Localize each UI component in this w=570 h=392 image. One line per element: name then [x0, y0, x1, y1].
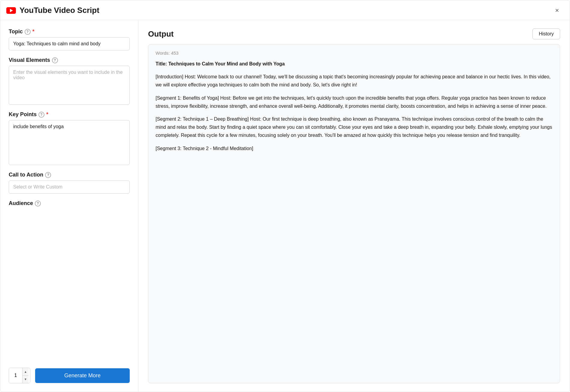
visual-elements-field-group: Visual Elements ?: [9, 57, 130, 105]
call-to-action-label: Call to Action ?: [9, 172, 130, 178]
word-count: Words: 453: [156, 50, 553, 56]
output-content-title: Title: Techniques to Calm Your Mind and …: [156, 60, 553, 68]
generate-more-button[interactable]: Generate More: [35, 368, 130, 383]
key-points-label: Key Points ? *: [9, 111, 130, 118]
decrement-button[interactable]: ▼: [23, 376, 29, 383]
app-window: YouTube Video Script × Topic ? * Visual …: [0, 0, 570, 392]
left-panel: Topic ? * Visual Elements ? Key Points ?: [0, 20, 138, 392]
topic-required-star: *: [32, 29, 35, 35]
topic-field-group: Topic ? *: [9, 29, 130, 50]
key-points-input[interactable]: [9, 120, 130, 165]
quantity-wrapper: ▲ ▼: [9, 368, 30, 383]
output-header: Output History: [148, 29, 560, 39]
output-box: Words: 453 Title: Techniques to Calm You…: [148, 44, 560, 383]
stepper-buttons: ▲ ▼: [22, 368, 29, 383]
visual-elements-label-text: Visual Elements: [9, 57, 50, 63]
call-to-action-field-group: Call to Action ?: [9, 172, 130, 194]
audience-label-text: Audience: [9, 200, 33, 207]
call-to-action-help-icon[interactable]: ?: [45, 172, 51, 178]
title-left: YouTube Video Script: [6, 6, 99, 15]
main-content: Topic ? * Visual Elements ? Key Points ?: [0, 20, 570, 392]
increment-button[interactable]: ▲: [23, 368, 29, 376]
visual-elements-input[interactable]: [9, 66, 130, 105]
title-bar: YouTube Video Script ×: [0, 0, 570, 20]
topic-label: Topic ? *: [9, 29, 130, 35]
visual-elements-label: Visual Elements ?: [9, 57, 130, 63]
key-points-field-group: Key Points ? *: [9, 111, 130, 165]
quantity-input[interactable]: [9, 368, 22, 383]
history-button[interactable]: History: [532, 29, 560, 39]
audience-field-group: Audience ?: [9, 200, 130, 207]
output-paragraph-1: [Introduction] Host: Welcome back to our…: [156, 73, 553, 89]
call-to-action-input[interactable]: [9, 180, 130, 194]
audience-help-icon[interactable]: ?: [35, 201, 41, 207]
visual-elements-help-icon[interactable]: ?: [52, 57, 58, 63]
output-paragraph-2: [Segment 1: Benefits of Yoga] Host: Befo…: [156, 94, 553, 110]
output-title: Output: [148, 29, 174, 39]
key-points-label-text: Key Points: [9, 111, 37, 118]
topic-label-text: Topic: [9, 29, 23, 35]
output-paragraph-4: [Segment 3: Technique 2 - Mindful Medita…: [156, 144, 553, 152]
key-points-help-icon[interactable]: ?: [38, 112, 44, 118]
youtube-icon: [6, 7, 16, 14]
topic-help-icon[interactable]: ?: [25, 29, 31, 35]
app-title: YouTube Video Script: [20, 6, 99, 15]
topic-input[interactable]: [9, 37, 130, 50]
output-content: Title: Techniques to Calm Your Mind and …: [156, 60, 553, 152]
output-paragraph-3: [Segment 2: Technique 1 – Deep Breathing…: [156, 115, 553, 140]
right-panel: Output History Words: 453 Title: Techniq…: [138, 20, 570, 392]
audience-label: Audience ?: [9, 200, 130, 207]
call-to-action-label-text: Call to Action: [9, 172, 43, 178]
key-points-required-star: *: [46, 111, 48, 118]
bottom-bar: ▲ ▼ Generate More: [9, 368, 130, 386]
close-button[interactable]: ×: [553, 6, 561, 15]
